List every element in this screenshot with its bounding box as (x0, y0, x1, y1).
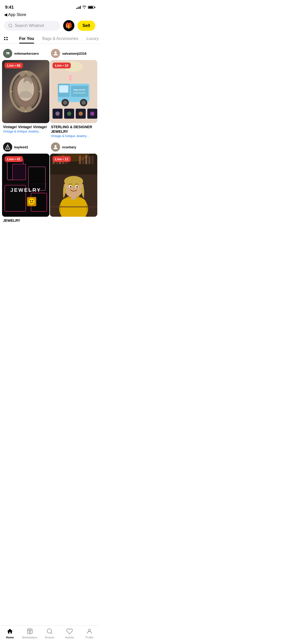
svg-point-10 (10, 91, 12, 93)
svg-rect-75 (50, 206, 97, 208)
live-card[interactable]: 🗺 milemarkerzero (2, 47, 49, 140)
seller-name: salvamenji2316 (62, 52, 86, 55)
svg-point-49 (32, 200, 33, 201)
card-category: Vintage & Antique Jewelry... (2, 130, 49, 135)
svg-point-12 (55, 51, 57, 53)
category-tabs: For You Bags & Accessories Luxury Bags (0, 33, 99, 44)
search-placeholder: Search Whatnot (15, 23, 44, 28)
avatar (51, 49, 60, 58)
svg-point-74 (76, 186, 78, 187)
live-badge: Live • 66 (5, 63, 23, 68)
tab-for-you[interactable]: For You (15, 33, 38, 43)
card-title (50, 217, 97, 219)
svg-point-35 (90, 112, 94, 116)
svg-line-1 (11, 26, 12, 27)
live-badge: Live • 41 (5, 156, 23, 162)
seller-name: ncarbary (62, 145, 76, 149)
cameo-svg (9, 69, 42, 114)
avatar: 🗺 (3, 49, 12, 58)
svg-point-33 (67, 112, 71, 116)
svg-point-23 (71, 75, 73, 77)
header: Search Whatnot 🎁 Sell (0, 18, 99, 33)
svg-point-34 (79, 112, 83, 116)
live-card[interactable]: ncarbary (50, 140, 97, 225)
svg-point-0 (9, 24, 12, 27)
sell-button[interactable]: Sell (77, 21, 95, 31)
svg-rect-18 (71, 86, 88, 97)
svg-text:Hop on in!: Hop on in! (74, 89, 85, 91)
card-title: JEWELRY (2, 217, 49, 223)
tab-luxury-bags[interactable]: Luxury Bags (82, 33, 99, 43)
avatar (51, 142, 60, 152)
status-time: 9:41 (5, 5, 14, 10)
card-image: Live • 11 (50, 154, 97, 217)
card-image: JEWELRY Live • 41 (2, 154, 49, 217)
seller-name: milemarkerzero (14, 52, 39, 55)
avatar (3, 142, 12, 152)
live-grid: 🗺 milemarkerzero (0, 44, 99, 229)
card-category: Vintage & Antique Jewelry... (50, 134, 97, 140)
svg-point-21 (69, 77, 72, 80)
svg-point-8 (25, 71, 27, 73)
filter-button[interactable] (4, 34, 8, 43)
live-card[interactable]: kayleed1 JEWELRY (2, 140, 49, 225)
svg-point-27 (82, 100, 86, 105)
card-image: Live • 66 (2, 60, 49, 123)
live-badge: Live • 10 (52, 63, 71, 68)
svg-point-32 (56, 112, 60, 116)
card-image: Hop on in! EVERYBUNNY (50, 60, 97, 123)
person-svg (50, 154, 97, 217)
jewelry-svg: JEWELRY (2, 154, 49, 217)
card-title: Vintage! Vintage! Vintage! (2, 123, 49, 130)
live-badge: Live • 11 (52, 156, 71, 162)
svg-rect-17 (59, 85, 68, 93)
card-category (2, 224, 49, 226)
svg-point-38 (7, 148, 8, 149)
card-category (50, 219, 97, 221)
back-label: App Store (8, 12, 26, 17)
svg-point-52 (55, 145, 57, 147)
back-arrow-icon: ◀ (4, 12, 7, 17)
card-seller: kayleed1 (2, 140, 49, 154)
signal-icon (76, 6, 81, 9)
card-seller: 🗺 milemarkerzero (2, 47, 49, 60)
battery-icon (88, 6, 94, 9)
tab-bags-accessories[interactable]: Bags & Accessories (38, 33, 82, 43)
live-card[interactable]: salvamenji2316 Hop on in! EVERYBUNNY (50, 47, 97, 140)
seller-name: kayleed1 (14, 145, 28, 149)
svg-point-25 (63, 100, 67, 105)
svg-rect-63 (88, 156, 90, 164)
card-title: STERLING & DESIGNER JEWELRY (50, 123, 97, 134)
status-bar: 9:41 (0, 0, 99, 11)
svg-point-11 (39, 91, 41, 93)
status-icons (76, 5, 94, 9)
svg-point-48 (30, 200, 31, 201)
wifi-icon (82, 5, 86, 9)
svg-rect-64 (91, 156, 93, 164)
svg-text:EVERYBUNNY: EVERYBUNNY (73, 92, 86, 94)
card-seller: salvamenji2316 (50, 47, 97, 60)
svg-point-9 (25, 111, 27, 112)
svg-point-47 (28, 198, 35, 205)
card-seller: ncarbary (50, 140, 97, 154)
svg-rect-41 (12, 164, 26, 180)
svg-rect-67 (61, 198, 86, 217)
gift-button[interactable]: 🎁 (63, 20, 74, 31)
svg-point-22 (69, 76, 71, 78)
search-bar[interactable]: Search Whatnot (4, 21, 60, 31)
search-icon (8, 23, 13, 28)
hop-svg: Hop on in! EVERYBUNNY (50, 60, 97, 123)
svg-point-73 (70, 186, 72, 187)
back-nav[interactable]: ◀ App Store (0, 11, 99, 18)
